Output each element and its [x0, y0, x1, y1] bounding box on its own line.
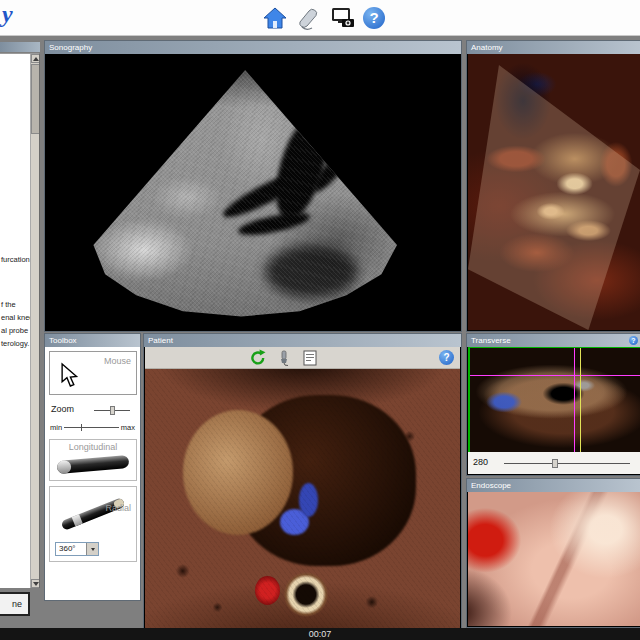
scroll-up-button[interactable]	[31, 54, 40, 63]
scroll-down-button[interactable]	[31, 579, 40, 588]
zoom-slider-thumb[interactable]	[110, 406, 115, 415]
home-icon	[262, 5, 288, 31]
liver-image	[183, 410, 293, 534]
zoom-control: Zoom	[49, 404, 136, 416]
screenshot-icon	[330, 5, 356, 31]
slice-slider-row: 280	[468, 452, 640, 474]
task-text-line: enal knee	[1, 313, 34, 322]
refresh-icon	[249, 349, 267, 367]
task-text-line: terology.	[1, 339, 29, 348]
task-text-line: furcation	[1, 255, 30, 264]
zoom-label: Zoom	[51, 404, 74, 414]
task-panel: furcation f the enal knee al probe terol…	[0, 53, 40, 588]
help-button[interactable]: ?	[363, 7, 385, 29]
transverse-help-button[interactable]: ?	[629, 336, 638, 345]
probe-tool-icon	[275, 349, 293, 367]
vertebra-image	[284, 571, 328, 618]
sonography-viewport[interactable]	[46, 54, 460, 330]
task-scrollbar[interactable]	[30, 54, 39, 588]
scan-angle-value: 360°	[59, 544, 76, 553]
exam-notes-button[interactable]	[301, 349, 319, 367]
zoom-range-track[interactable]	[64, 427, 119, 428]
anatomy-panel-titlebar: Anatomy	[467, 41, 640, 54]
vein-image	[299, 483, 318, 517]
toolbox-panel-titlebar: Toolbox	[45, 334, 140, 347]
longitudinal-probe-button[interactable]: Longitudinal	[49, 439, 137, 481]
app-logo: y	[2, 1, 13, 28]
endoscope-panel: Endoscope	[466, 478, 640, 628]
transverse-panel-titlebar: Transverse ?	[467, 334, 640, 347]
notes-icon	[301, 349, 319, 367]
endoscope-viewport[interactable]	[468, 492, 640, 626]
patient-3d-viewport[interactable]	[145, 369, 460, 628]
exam-timer: 00:07	[309, 629, 332, 639]
anatomy-panel: Anatomy	[466, 40, 640, 332]
chevron-down-icon	[91, 548, 95, 551]
sonography-panel-titlebar: Sonography	[45, 41, 461, 54]
sonography-panel: Sonography	[44, 40, 462, 332]
ultrasound-fan-image	[58, 60, 447, 325]
task-text-line: al probe	[1, 326, 28, 335]
slice-slider-thumb[interactable]	[552, 459, 558, 468]
mouse-tool-button[interactable]: Mouse	[49, 351, 137, 395]
toolbox-panel: Toolbox Mouse Zoom min max Long	[44, 333, 141, 601]
arrow-down-icon	[33, 582, 39, 586]
zoom-range-labels: min max	[49, 422, 136, 432]
arrow-up-icon	[33, 57, 39, 61]
sonography-panel-title: Sonography	[49, 43, 92, 52]
screenshot-button[interactable]	[330, 5, 356, 31]
vein-image	[280, 509, 308, 535]
patient-panel-titlebar: Patient	[144, 334, 461, 347]
transverse-panel-title: Transverse	[471, 336, 511, 345]
probe-position-button[interactable]	[275, 349, 293, 367]
longitudinal-probe-label: Longitudinal	[50, 442, 136, 452]
crosshair-vertical-line	[574, 348, 575, 452]
reset-view-button[interactable]	[249, 349, 267, 367]
slice-depth-value: 280	[473, 457, 488, 467]
radial-probe-label: Radial	[105, 503, 131, 513]
zoom-min-label: min	[50, 423, 62, 432]
zoom-slider[interactable]	[94, 410, 130, 411]
task-panel-caption	[0, 42, 40, 52]
patient-help-button[interactable]: ?	[439, 350, 454, 365]
task-text-line: f the	[1, 300, 16, 309]
patient-panel-title: Patient	[148, 336, 173, 345]
anatomy-panel-title: Anatomy	[471, 43, 503, 52]
patient-toolbar: ?	[145, 347, 460, 369]
patient-panel: Patient	[143, 333, 462, 630]
probe-button[interactable]	[296, 5, 322, 31]
transverse-viewport[interactable]	[468, 347, 640, 452]
task-done-label: ne	[12, 599, 22, 609]
cursor-icon	[58, 362, 80, 388]
dropdown-button[interactable]	[86, 543, 98, 555]
endoscope-panel-title: Endoscope	[471, 481, 511, 490]
radial-probe-button[interactable]: Radial 360°	[49, 486, 137, 562]
organ-mass-image	[233, 395, 416, 566]
probe-position-line	[580, 348, 581, 452]
zoom-max-label: max	[121, 423, 135, 432]
app-window: y ? furcation	[0, 0, 640, 640]
crosshair-horizontal-line	[470, 375, 640, 376]
toolbox-body: Mouse Zoom min max Longitudinal Radial	[46, 347, 139, 599]
longitudinal-probe-image	[57, 455, 130, 474]
probe-icon	[296, 5, 322, 31]
zoom-range-tick	[81, 424, 82, 431]
scrollbar-thumb[interactable]	[31, 64, 40, 134]
mouse-tool-label: Mouse	[104, 356, 131, 366]
endoscope-panel-titlebar: Endoscope	[467, 479, 640, 492]
scan-angle-select[interactable]: 360°	[55, 542, 99, 556]
artery-image	[255, 576, 280, 604]
slice-slider[interactable]	[504, 463, 630, 464]
task-done-button[interactable]: ne	[0, 592, 30, 616]
top-toolbar: y ?	[0, 0, 640, 36]
status-bar: 00:07	[0, 628, 640, 640]
transverse-panel: Transverse ? 280	[466, 333, 640, 476]
toolbox-panel-title: Toolbox	[49, 336, 77, 345]
anatomy-viewport[interactable]	[468, 54, 640, 330]
home-button[interactable]	[262, 5, 288, 31]
